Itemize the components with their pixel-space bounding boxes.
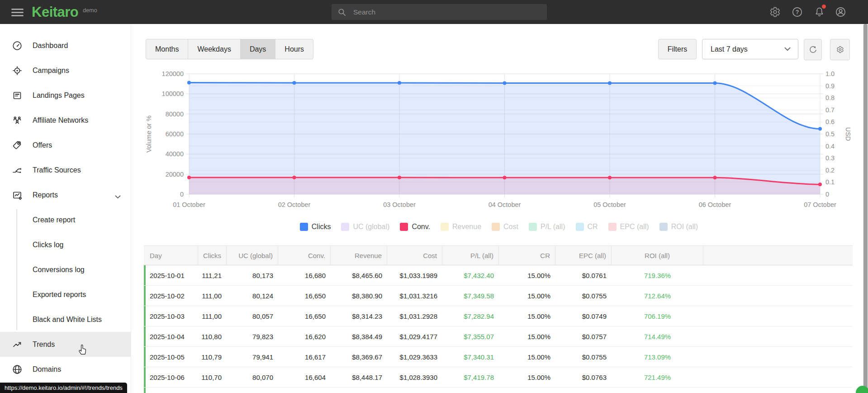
legend-item-p-l-all[interactable]: P/L (all) xyxy=(529,223,565,231)
column-header-day[interactable]: Day xyxy=(144,246,198,265)
sidebar-subitem-exported-reports[interactable]: Exported reports xyxy=(0,282,131,307)
column-header-cost[interactable]: Cost xyxy=(387,246,442,265)
cell-uc-global: 80,070 xyxy=(227,367,278,387)
sidebar-item-dashboard[interactable]: Dashboard xyxy=(0,33,131,58)
cell-revenue: $8,384.49 xyxy=(331,326,387,346)
refresh-button[interactable] xyxy=(804,39,822,60)
table-row[interactable]: 2025-10-01111,2180,17316,680$8,465.60$1,… xyxy=(144,265,853,286)
cell-epc-all: $0.0755 xyxy=(555,286,612,306)
legend-item-cost[interactable]: Cost xyxy=(492,223,518,231)
table-row[interactable]: 2025-10-05110,7979,94116,617$8,369.67$1,… xyxy=(144,347,853,367)
legend-item-revenue[interactable]: Revenue xyxy=(441,223,481,231)
legend-item-clicks[interactable]: Clicks xyxy=(300,223,331,231)
column-header-epc-all[interactable]: EPC (all) xyxy=(555,246,612,265)
cell-cr: 15.00% xyxy=(499,306,555,326)
sidebar-subitem-create-report[interactable]: Create report xyxy=(0,207,131,232)
cell-epc-all: $0.0757 xyxy=(555,326,612,346)
menu-icon[interactable] xyxy=(11,9,24,16)
cell-roi-all: 712.64% xyxy=(612,286,703,306)
account-icon[interactable] xyxy=(835,6,846,18)
column-header-uc-global[interactable]: UC (global) xyxy=(227,246,278,265)
legend-item-uc-global[interactable]: UC (global) xyxy=(341,223,389,231)
chart-settings-button[interactable] xyxy=(830,39,850,60)
cell-uc-global: 79,941 xyxy=(227,347,278,367)
dashboard-icon xyxy=(12,40,23,51)
sidebar-subitem-black-and-white-lists[interactable]: Black and White Lists xyxy=(0,307,131,332)
cell-conv: 9,774 xyxy=(278,388,331,393)
svg-text:0: 0 xyxy=(180,191,184,198)
table-row[interactable]: 2025-10-06110,7080,07016,604$8,448.17$1,… xyxy=(144,367,853,388)
table-row[interactable]: 2025-10-02111,0080,12416,650$8,380.90$1,… xyxy=(144,286,853,306)
legend-item-cr[interactable]: CR xyxy=(576,223,598,231)
column-header-cr[interactable]: CR xyxy=(499,246,555,265)
tab-days[interactable]: Days xyxy=(240,39,275,59)
sidebar-item-landings-pages[interactable]: Landings Pages xyxy=(0,83,131,108)
cell-cost: $1,033.1989 xyxy=(387,265,442,285)
brand-logo[interactable]: Keitaro xyxy=(32,4,78,20)
legend-item-epc-all[interactable]: EPC (all) xyxy=(608,223,649,231)
chat-widget[interactable] xyxy=(856,386,868,393)
cell-cost: $1,029.4177 xyxy=(387,326,442,346)
scrollbar-thumb[interactable] xyxy=(863,24,868,393)
traffic-icon xyxy=(12,165,23,176)
tab-months[interactable]: Months xyxy=(146,39,188,59)
sidebar-item-reports[interactable]: Reports xyxy=(0,182,131,207)
table-row[interactable]: 2025-10-03111,0080,05716,650$8,314.23$1,… xyxy=(144,306,853,326)
scrollbar[interactable] xyxy=(863,24,868,393)
sidebar-item-label: Traffic Sources xyxy=(33,166,81,174)
sidebar-item-label: Campaigns xyxy=(33,67,69,75)
sidebar-item-domains[interactable]: Domains xyxy=(0,357,131,382)
cell-p-l-all: $7,340.31 xyxy=(442,347,499,367)
sidebar-item-trends[interactable]: Trends xyxy=(0,332,131,357)
cell-uc-global: 79,823 xyxy=(227,326,278,346)
table-row[interactable]: 2025-10-0765,1641,1579,774$4,988.13$612.… xyxy=(144,388,853,393)
cell-p-l-all: $7,432.40 xyxy=(442,265,499,285)
svg-text:1.0: 1.0 xyxy=(825,70,835,77)
column-header-revenue[interactable]: Revenue xyxy=(331,246,387,265)
date-range-select[interactable]: Last 7 days xyxy=(702,39,798,59)
mouse-cursor xyxy=(78,343,88,355)
cell-roi-all: 721.49% xyxy=(612,367,703,387)
legend-label: Cost xyxy=(503,223,518,231)
column-header-roi-all[interactable]: ROI (all) xyxy=(612,246,703,265)
sidebar-item-offers[interactable]: $Offers xyxy=(0,133,131,158)
sidebar-item-label: Affiliate Networks xyxy=(33,116,88,125)
sidebar-subitem-clicks-log[interactable]: Clicks log xyxy=(0,232,131,257)
filters-button[interactable]: Filters xyxy=(658,39,697,59)
cell-uc-global: 80,124 xyxy=(227,286,278,306)
search-input[interactable]: Search xyxy=(332,4,547,20)
settings-icon[interactable] xyxy=(769,6,781,18)
landings-icon xyxy=(12,90,23,101)
topbar: Keitaro demo Search ? xyxy=(0,0,868,24)
column-header-conv[interactable]: Conv. xyxy=(278,246,331,265)
column-header-clicks[interactable]: Clicks xyxy=(198,246,227,265)
cell-cr: 15.00% xyxy=(499,286,555,306)
svg-text:0.7: 0.7 xyxy=(825,106,835,114)
cell-p-l-all: $7,282.94 xyxy=(442,306,499,326)
legend-item-conv[interactable]: Conv. xyxy=(400,223,430,231)
brand-badge: demo xyxy=(83,7,97,14)
help-icon[interactable]: ? xyxy=(792,6,803,18)
cell-cost: $1,031.2928 xyxy=(387,306,442,326)
keitaro-app: Keitaro demo Search ? DashboardCampaigns… xyxy=(0,0,868,393)
sidebar-item-affiliate-networks[interactable]: Affiliate Networks xyxy=(0,108,131,133)
column-header-p-l-all[interactable]: P/L (all) xyxy=(442,246,499,265)
table-row[interactable]: 2025-10-04110,8079,82316,620$8,384.49$1,… xyxy=(144,326,853,347)
svg-text:04 October: 04 October xyxy=(489,201,521,208)
cell-p-l-all: $7,349.58 xyxy=(442,286,499,306)
cell-filler xyxy=(703,265,853,285)
line-chart-canvas[interactable]: 02000040000600008000010000012000000.10.2… xyxy=(144,66,854,213)
chevron-down-icon[interactable] xyxy=(115,192,121,201)
cell-epc-all: $0.0749 xyxy=(555,306,612,326)
tab-weekdays[interactable]: Weekdays xyxy=(188,39,240,59)
cell-uc-global: 80,057 xyxy=(227,306,278,326)
tab-hours[interactable]: Hours xyxy=(275,39,313,59)
cell-roi-all: 714.49% xyxy=(612,326,703,346)
sidebar-item-traffic-sources[interactable]: Traffic Sources xyxy=(0,158,131,182)
cell-cost: $612.7512 xyxy=(387,388,442,393)
legend-item-roi-all[interactable]: ROI (all) xyxy=(659,223,698,231)
svg-text:Volume or %: Volume or % xyxy=(145,115,152,153)
sidebar-item-campaigns[interactable]: Campaigns xyxy=(0,58,131,83)
sidebar-subitem-conversions-log[interactable]: Conversions log xyxy=(0,257,131,282)
cell-filler xyxy=(703,347,853,367)
